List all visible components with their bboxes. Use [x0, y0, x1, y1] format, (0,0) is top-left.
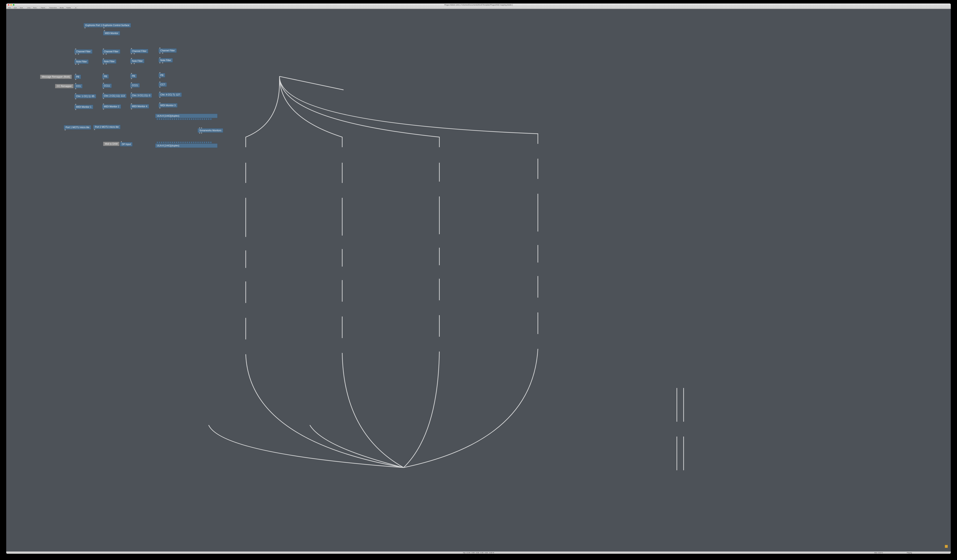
node-label: Port 1 MOTU micro lite [66, 126, 89, 129]
node-label: Port 2 MOTU micro lite [95, 126, 118, 128]
node-label: Note Filter [76, 60, 87, 63]
node-port2-motu[interactable]: Port 2 MOTU micro lite [93, 125, 120, 129]
node-label: MIDI Monitor 1 [76, 106, 92, 108]
node-channel-filter-4[interactable]: Channel Filter [158, 49, 177, 53]
titlebar[interactable]: Plogue Bidule (x64) [ /Volumes/Documents… [6, 3, 951, 6]
node-channel-filter-3[interactable]: Channel Filter [130, 49, 148, 53]
node-label: Note Filter [132, 60, 142, 62]
node-label: PB [132, 75, 135, 77]
node-chn-4[interactable]: Chn: 4 CC( 7): 127 [158, 93, 182, 97]
node-cc1[interactable]: CC1 [74, 84, 82, 88]
node-label: CC1 [76, 85, 81, 87]
node-label: Chn: 2 CC( 11): 113 [104, 95, 125, 97]
parameters-button[interactable]: Parameters [48, 6, 58, 9]
node-label: PB [160, 74, 163, 77]
node-label: Channel Filter [132, 50, 147, 52]
node-midi-monitor-1[interactable]: MIDI Monitor 1 [74, 105, 93, 109]
node-label: Midi to DAW [105, 142, 118, 145]
node-label: Chn: 3 CC( 21): 0 [132, 94, 150, 97]
parent-button[interactable]: Parent [39, 6, 46, 9]
node-sonarworks[interactable]: Sonarworks Monitors [197, 128, 223, 133]
node-chn-2[interactable]: Chn: 2 CC( 11): 113 [102, 94, 126, 98]
node-midi-to-daw[interactable]: Midi to DAW [103, 142, 119, 146]
node-pb-2[interactable]: PB [102, 74, 109, 79]
node-channel-filter-2[interactable]: Channel Filter [102, 49, 120, 54]
node-label: Chn: 4 CC( 7): 127 [160, 93, 180, 96]
node-cc21[interactable]: CC21 [130, 83, 140, 87]
status-dsp: dsp: 12.69 - 0.00 - 0.00 - 0.00 - 0.00 -… [6, 552, 951, 554]
node-note-filter-4[interactable]: Note Filter [158, 58, 173, 62]
node-pb-1[interactable]: PB [74, 75, 81, 79]
node-euphonix[interactable]: Euphonix Port 1 Euphonix Control Surface [84, 23, 131, 27]
node-label: Channel Filter [76, 50, 91, 53]
status-disk: disk: 0.00 % [874, 552, 883, 554]
node-cc-remapper[interactable]: CC Remapper [55, 84, 74, 88]
patch-canvas[interactable]: Euphonix Port 1 Euphonix Control Surface… [6, 9, 951, 551]
node-label: Channel Filter [104, 50, 118, 53]
node-midi-monitor-4[interactable]: MIDI Monitor 4 [130, 104, 149, 109]
node-label: MIDI Monitor [105, 32, 118, 35]
node-midi-monitor[interactable]: MIDI Monitor [103, 31, 120, 35]
node-label: MIDI Monitor 4 [132, 105, 147, 108]
palette-button[interactable]: Palette [65, 6, 72, 9]
media-button[interactable]: Media [58, 6, 65, 9]
node-label: DP Input [122, 143, 131, 146]
close-icon[interactable] [8, 4, 9, 6]
node-label: MIDI Monitor 3 [160, 104, 176, 107]
open-button[interactable]: Open [13, 6, 18, 9]
node-label: Euphonix Port 1 Euphonix Control Surface [85, 24, 129, 27]
node-pb-3[interactable]: PB [130, 74, 137, 78]
zoom-icon[interactable] [13, 4, 14, 6]
node-label: Note Filter [104, 60, 115, 63]
node-midi-monitor-3[interactable]: MIDI Monitor 3 [158, 103, 177, 107]
node-label: Sonarworks Monitors [199, 129, 221, 132]
node-label: Message Remapper (Multi) [42, 76, 70, 78]
node-message-remapper[interactable]: Message Remapper (Multi) [40, 75, 72, 79]
node-label: MIDI Monitor 2 [104, 105, 119, 108]
node-label: Chn: 1 CC( 1): 65 [76, 95, 94, 98]
node-uln8-in[interactable]: ULN-8 [1442](duplex) [155, 144, 218, 148]
node-label: PB [76, 76, 79, 78]
toolbar: New Open Save Undo Redo Parent Parameter… [6, 6, 951, 9]
node-port1-motu[interactable]: Port 1 MOTU micro lite [64, 125, 91, 129]
node-label: PB [104, 75, 107, 78]
status-indicator-icon[interactable] [945, 545, 948, 548]
node-cc11[interactable]: CC11 [102, 84, 112, 88]
node-note-filter-1[interactable]: Note Filter [74, 60, 88, 64]
node-label: CC11 [104, 84, 110, 87]
node-cc7[interactable]: CC7 [158, 82, 167, 87]
on-button[interactable]: on [74, 6, 77, 9]
node-channel-filter-1[interactable]: Channel Filter [74, 49, 92, 54]
redo-button[interactable]: Redo [32, 6, 38, 9]
node-label: CC7 [160, 83, 165, 86]
node-label: CC Remapper [57, 85, 72, 87]
save-button[interactable]: Save [19, 6, 24, 9]
node-note-filter-3[interactable]: Note Filter [130, 59, 144, 63]
app-window: Plogue Bidule (x64) [ /Volumes/Documents… [6, 3, 951, 554]
status-play-state: Playing [907, 552, 912, 554]
window-title: Plogue Bidule (x64) [ /Volumes/Documents… [6, 4, 951, 6]
node-midi-monitor-2[interactable]: MIDI Monitor 2 [102, 104, 121, 109]
node-dp-input[interactable]: DP Input [120, 142, 133, 147]
node-chn-1[interactable]: Chn: 1 CC( 1): 65 [74, 94, 96, 98]
node-pb-4[interactable]: PB [158, 73, 165, 77]
node-uln8-out[interactable]: ULN-8 [1442](duplex) [155, 114, 218, 118]
statusbar: dsp: 12.69 - 0.00 - 0.00 - 0.00 - 0.00 -… [6, 551, 951, 554]
node-chn-3[interactable]: Chn: 3 CC( 21): 0 [130, 93, 152, 98]
node-label: Note Filter [160, 59, 171, 62]
node-label: Channel Filter [160, 49, 175, 52]
node-label: CC21 [132, 84, 138, 87]
new-button[interactable]: New [7, 6, 12, 9]
node-label: ULN-8 [1442](duplex) [157, 115, 179, 117]
connection-layer [6, 9, 951, 528]
minimize-icon[interactable] [10, 4, 12, 6]
node-label: ULN-8 [1442](duplex) [157, 144, 179, 147]
node-note-filter-2[interactable]: Note Filter [102, 59, 116, 63]
undo-button[interactable]: Undo [26, 6, 32, 9]
